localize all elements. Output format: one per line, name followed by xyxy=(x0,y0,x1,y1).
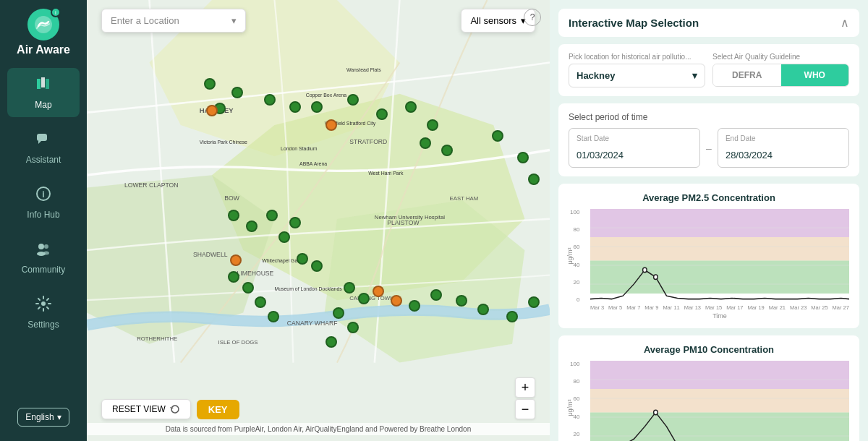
map-pin[interactable] xyxy=(347,94,359,106)
map-pin[interactable] xyxy=(391,295,402,307)
svg-rect-4 xyxy=(37,134,47,141)
svg-text:London Stadium: London Stadium xyxy=(281,146,318,151)
svg-text:ROTHERHITHE: ROTHERHITHE xyxy=(137,335,177,342)
map-pin[interactable] xyxy=(506,311,518,322)
map-pin[interactable] xyxy=(228,271,239,283)
key-button[interactable]: KEY xyxy=(197,400,239,419)
svg-text:ABBA Arena: ABBA Arena xyxy=(299,161,327,166)
map-pin[interactable] xyxy=(517,152,529,163)
svg-point-46 xyxy=(643,267,647,273)
map-pin[interactable] xyxy=(376,108,388,120)
map-pin[interactable] xyxy=(230,254,242,266)
map-pin[interactable] xyxy=(242,282,254,294)
guideline-who-button[interactable]: WHO xyxy=(781,64,849,86)
map-pin[interactable] xyxy=(266,210,278,221)
language-selector[interactable]: English ▾ xyxy=(17,408,69,427)
map-pin[interactable] xyxy=(373,286,384,297)
y-label-100: 100 xyxy=(570,209,579,215)
panel-collapse-icon[interactable]: ∧ xyxy=(841,16,849,30)
zoom-in-button[interactable]: + xyxy=(515,377,535,398)
help-icon: ? xyxy=(530,12,535,22)
svg-rect-48 xyxy=(590,361,849,389)
start-date-field[interactable]: Start Date xyxy=(569,128,700,168)
sidebar-item-infohub-label: Info Hub xyxy=(27,210,59,220)
map-pin[interactable] xyxy=(528,174,540,185)
svg-point-12 xyxy=(41,301,46,306)
reset-view-button[interactable]: RESET VIEW xyxy=(101,399,191,419)
map-pin[interactable] xyxy=(347,322,359,333)
map-pin[interactable] xyxy=(289,217,301,228)
end-date-input[interactable] xyxy=(726,150,841,160)
reset-view-label: RESET VIEW xyxy=(112,404,166,414)
map-pin[interactable] xyxy=(477,304,489,315)
location-select-arrow: ▾ xyxy=(692,70,697,81)
map-pin[interactable] xyxy=(358,293,370,304)
svg-text:CANARY WHARF: CANARY WHARF xyxy=(287,320,338,327)
sidebar-item-assistant[interactable]: Assistant xyxy=(7,123,80,172)
start-date-input[interactable] xyxy=(576,150,692,160)
map-pin[interactable] xyxy=(430,289,442,301)
map-pin[interactable] xyxy=(492,130,503,142)
svg-point-55 xyxy=(654,410,658,415)
guideline-buttons: DEFRA WHO xyxy=(712,64,849,87)
location-control: Pick location for historical air polluti… xyxy=(569,53,705,87)
map-pin[interactable] xyxy=(278,231,290,243)
guideline-control-label: Select Air Quality Guideline xyxy=(712,53,849,61)
map-pin[interactable] xyxy=(427,119,438,131)
svg-point-47 xyxy=(654,275,658,280)
svg-text:EAST HAM: EAST HAM xyxy=(450,195,479,202)
map-pin[interactable] xyxy=(326,336,337,348)
end-date-label: End Date xyxy=(726,134,841,142)
map-pin[interactable] xyxy=(326,119,337,131)
sidebar-item-settings[interactable]: Settings xyxy=(7,288,80,337)
map-pin[interactable] xyxy=(311,101,323,113)
language-label: English xyxy=(25,412,54,422)
map-pin[interactable] xyxy=(405,101,417,113)
map-pin[interactable] xyxy=(268,311,279,322)
map-container[interactable]: HACKNEY LOWER CLAPTON BOW SHADWELL LIMEH… xyxy=(87,0,550,441)
svg-text:i: i xyxy=(42,189,44,200)
panel-header-title: Interactive Map Selection xyxy=(569,17,699,29)
svg-rect-2 xyxy=(41,77,45,87)
location-select-value: Hackney xyxy=(576,70,615,81)
map-pin[interactable] xyxy=(297,253,308,265)
sidebar-item-settings-label: Settings xyxy=(27,320,59,330)
map-pin[interactable] xyxy=(420,137,431,149)
map-attribution: Data is sourced from PurpleAir, London A… xyxy=(87,423,550,435)
svg-rect-3 xyxy=(46,79,49,89)
guideline-defra-button[interactable]: DEFRA xyxy=(713,64,781,86)
key-label: KEY xyxy=(208,404,228,415)
map-icon xyxy=(35,75,52,97)
app-logo: i Air Aware xyxy=(17,9,70,56)
map-pin[interactable] xyxy=(231,87,243,98)
map-pin[interactable] xyxy=(409,300,420,312)
svg-text:LIMEHOUSE: LIMEHOUSE xyxy=(237,270,274,277)
assistant-icon xyxy=(35,130,52,152)
svg-text:Newham University Hospital: Newham University Hospital xyxy=(375,214,445,220)
map-pin[interactable] xyxy=(255,296,266,308)
svg-rect-40 xyxy=(590,237,849,261)
map-pin[interactable] xyxy=(206,105,218,116)
pm25-chart-title: Average PM2.5 Concentration xyxy=(569,192,849,203)
location-input[interactable]: Enter a Location ▾ xyxy=(101,9,246,33)
y-label-80-pm10: 80 xyxy=(570,378,579,385)
end-date-field[interactable]: End Date xyxy=(718,128,849,168)
map-pin[interactable] xyxy=(456,295,467,307)
map-pin[interactable] xyxy=(344,282,355,294)
map-pin[interactable] xyxy=(441,145,453,156)
map-pin[interactable] xyxy=(289,101,301,113)
map-pin[interactable] xyxy=(204,78,216,90)
svg-text:PLAISTOW: PLAISTOW xyxy=(387,219,420,226)
zoom-out-button[interactable]: − xyxy=(515,399,535,419)
location-select-dropdown[interactable]: Hackney ▾ xyxy=(569,64,705,87)
map-pin[interactable] xyxy=(528,296,540,308)
map-pin[interactable] xyxy=(264,94,276,106)
sidebar-item-infohub[interactable]: i Info Hub xyxy=(7,178,80,227)
map-pin[interactable] xyxy=(311,260,323,272)
map-pin[interactable] xyxy=(246,220,258,232)
help-button[interactable]: ? xyxy=(524,9,541,26)
map-pin[interactable] xyxy=(228,210,239,221)
sidebar-item-map[interactable]: Map xyxy=(7,68,80,117)
map-pin[interactable] xyxy=(333,307,344,319)
sidebar-item-community[interactable]: Community xyxy=(7,233,80,282)
